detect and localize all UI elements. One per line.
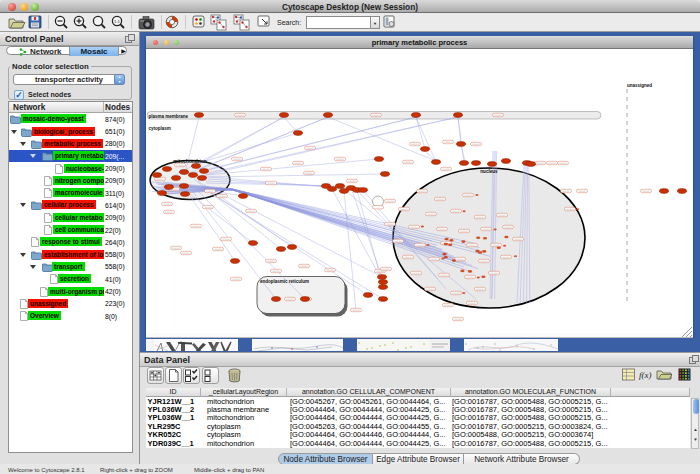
svg-text:endoplasmic reticulum: endoplasmic reticulum <box>260 279 309 284</box>
svg-text:unassigned: unassigned <box>627 83 652 88</box>
svg-text:cytoplasm: cytoplasm <box>149 126 171 131</box>
svg-text:plasma membrane: plasma membrane <box>149 114 189 119</box>
svg-text:1:1: 1:1 <box>114 19 120 24</box>
svg-text:nucleus: nucleus <box>480 169 498 174</box>
svg-text:f(x): f(x) <box>639 370 652 380</box>
svg-text:mitochondrion: mitochondrion <box>173 159 207 164</box>
